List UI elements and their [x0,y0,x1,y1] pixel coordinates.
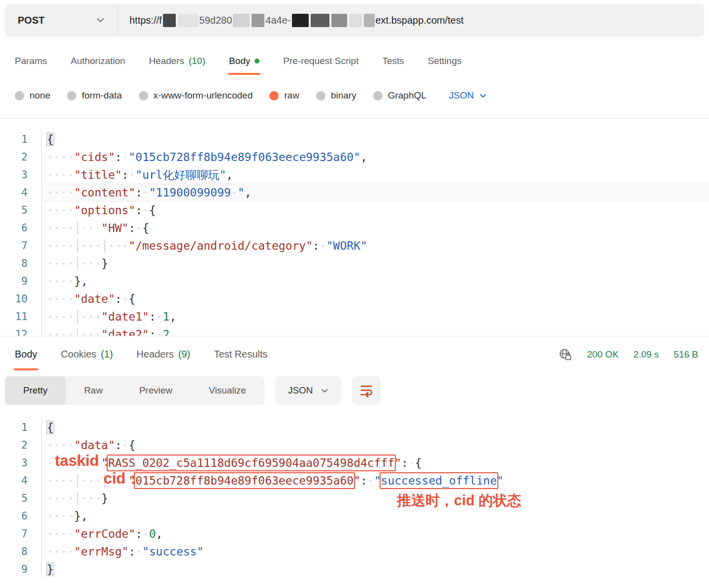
code-line: 9} [0,560,709,578]
tab-headers[interactable]: Headers(10) [149,45,205,77]
redaction-block [311,14,329,27]
radio-icon [67,91,76,100]
chevron-down-icon [480,94,486,98]
code-text: { [41,419,709,436]
radio-selected-icon [269,91,279,100]
tab-response-headers[interactable]: Headers(9) [136,336,190,372]
line-number: 1 [0,131,41,148]
tab-tests[interactable]: Tests [382,45,404,77]
line-number: 11 [0,308,41,326]
response-time[interactable]: 2.09 s [634,349,659,360]
tab-pre-request-script[interactable]: Pre-request Script [283,45,358,77]
redaction-block [178,14,198,27]
response-headers-count: (9) [178,349,190,360]
code-line: 9····}, [0,272,709,290]
url-bar: POST https://f 59d280 4a4e- ext.bspapp.c… [5,4,704,36]
code-line: 5····│···} [0,490,709,507]
wrap-text-button[interactable] [352,376,381,405]
url-text: 4a4e- [265,15,290,26]
radio-icon [15,91,24,100]
code-text: ····│···"RASS_0202_c5a1118d69cf695904aa0… [41,454,709,472]
code-line: 7····│···│···"/message/android/category"… [0,237,709,255]
radio-none[interactable]: none [15,90,50,101]
radio-form-data[interactable]: form-data [67,90,122,101]
response-header: Body Cookies(1) Headers(9) Test Results … [0,336,709,372]
line-number: 12 [0,326,41,336]
code-text: ····"data":·{ [41,436,709,454]
code-text: ····"cids":·"015cb728ff8b94e89f063eece99… [41,148,709,166]
code-text: ····│···"date2":·2, [41,326,709,336]
url-text: https://f [129,15,162,26]
radio-icon [139,91,148,100]
chevron-down-icon [97,18,104,23]
code-text: ····"content":·"11900099099·", [41,184,709,201]
line-number: 8 [0,543,41,560]
line-number: 6 [0,219,41,237]
code-text: ····│···│···"015cb728ff8b94e89f063eece99… [41,472,709,490]
status-code[interactable]: 200 OK [587,349,618,360]
response-size[interactable]: 516 B [674,349,698,360]
network-lock-icon[interactable] [558,348,572,361]
redaction-block [349,14,362,27]
code-line: 1{ [0,131,709,148]
radio-graphql[interactable]: GraphQL [373,90,426,101]
code-line: 10····"date":·{ [0,290,709,308]
radio-x-www-form-urlencoded[interactable]: x-www-form-urlencoded [139,90,253,101]
line-number: 8 [0,255,41,272]
tab-test-results[interactable]: Test Results [214,336,267,372]
code-text: } [41,560,709,578]
tab-authorization[interactable]: Authorization [70,45,125,77]
body-modified-dot [255,59,259,64]
body-type-row: none form-data x-www-form-urlencoded raw… [0,77,709,118]
code-text: ····│···│···"/message/android/category":… [41,237,709,255]
response-meta: 200 OK 2.09 s 516 B [558,348,698,361]
radio-raw[interactable]: raw [269,90,299,101]
code-text: ····│···"date1":·1, [41,308,709,326]
url-input[interactable]: https://f 59d280 4a4e- ext.bspapp.com/te… [118,14,704,27]
line-number: 6 [0,507,41,525]
request-body-editor[interactable]: 1{2····"cids":·"015cb728ff8b94e89f063eec… [0,119,709,336]
method-label: POST [18,15,44,26]
redaction-block [163,14,176,27]
code-text: ····"errMsg":·"success" [41,543,709,560]
redaction-block [331,14,347,27]
annotation-taskid-label: taskid： [0,452,114,470]
code-text: ····"errCode":·0, [41,525,709,543]
redaction-block [252,14,264,27]
view-raw[interactable]: Raw [66,376,121,405]
line-number: 10 [0,290,41,308]
line-number: 2 [0,148,41,166]
chevron-down-icon [321,389,328,393]
view-preview[interactable]: Preview [121,376,191,405]
tab-params[interactable]: Params [15,45,47,77]
line-number: 5 [0,201,41,219]
redaction-block [292,14,309,27]
request-tabs: Params Authorization Headers(10) Body Pr… [0,45,709,77]
redaction-block [364,14,375,27]
code-line: 8····"errMsg":·"success" [0,543,709,560]
format-dropdown[interactable]: JSON [275,376,341,405]
tab-settings[interactable]: Settings [428,45,462,77]
response-body-editor[interactable]: taskid： cid： 推送时，cid 的状态 1{2····"data":·… [0,410,709,588]
url-text: ext.bspapp.com/test [376,15,464,26]
code-line: 4····"content":·"11900099099·", [0,184,709,201]
tab-body[interactable]: Body [229,45,259,77]
response-toolbar: Pretty Raw Preview Visualize JSON [0,372,709,410]
code-text: ····"date":·{ [41,290,709,308]
annotation-cid-label: cid： [0,470,141,488]
method-selector[interactable]: POST [5,15,117,26]
line-number: 9 [0,272,41,290]
radio-binary[interactable]: binary [316,90,356,101]
code-text: ····"title":·"url化好聊聊玩", [41,166,709,184]
code-text: { [41,131,709,148]
code-text: ····}, [41,507,709,525]
code-line: 5····"options":·{ [0,201,709,219]
view-pretty[interactable]: Pretty [5,376,66,405]
tab-response-body[interactable]: Body [15,336,37,372]
line-number: 2 [0,436,41,454]
language-dropdown[interactable]: JSON [449,90,487,101]
view-mode-segment: Pretty Raw Preview Visualize [5,376,264,405]
tab-cookies[interactable]: Cookies(1) [61,336,113,372]
view-visualize[interactable]: Visualize [191,376,264,405]
annotation-status-note: 推送时，cid 的状态 [397,491,521,509]
